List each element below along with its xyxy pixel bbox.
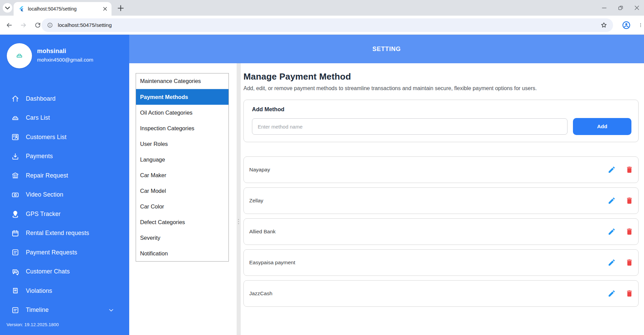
add-method-label: Add Method — [252, 106, 631, 113]
sidebar-item-rental-extend-requests[interactable]: Rental Extend requests — [0, 224, 129, 243]
delete-icon — [625, 197, 633, 205]
sidebar-item-gps-tracker[interactable]: GPS Tracker — [0, 204, 129, 224]
browser-window: localhost:50475/setting — [0, 0, 644, 335]
settings-menu-item-notification[interactable]: Notification — [136, 246, 228, 261]
site-info-icon[interactable] — [47, 22, 53, 28]
sidebar-item-payments[interactable]: Payments — [0, 147, 129, 166]
sidebar-item-timeline[interactable]: Timeline — [0, 301, 129, 320]
delete-icon — [625, 166, 633, 174]
settings-menu: Maintenance CategoriesPayment MethodsOil… — [136, 73, 229, 262]
delete-button[interactable] — [625, 166, 633, 174]
delete-icon — [625, 289, 633, 298]
edit-button[interactable] — [608, 289, 616, 298]
document-icon — [11, 306, 20, 315]
avatar[interactable] — [7, 43, 32, 68]
delete-button[interactable] — [625, 258, 633, 267]
edit-button[interactable] — [608, 166, 616, 174]
window-controls — [600, 0, 641, 16]
delete-button[interactable] — [625, 197, 633, 205]
minimize-icon[interactable] — [600, 4, 608, 12]
settings-menu-item-car-maker[interactable]: Car Maker — [136, 167, 228, 183]
settings-menu-item-maintenance-categories[interactable]: Maintenance Categories — [136, 73, 228, 89]
sidebar-item-label: Video Section — [26, 191, 63, 198]
payment-method-row-nayapay: Nayapay — [243, 156, 639, 183]
calendar-icon — [11, 229, 20, 238]
sidebar-item-label: Violations — [26, 287, 52, 295]
payment-method-list: NayapayZellayAllied BankEasypaisa paymen… — [243, 156, 639, 307]
payment-method-row-easypaisa-payment: Easypaisa payment — [243, 249, 639, 276]
browser-menu-icon[interactable] — [638, 21, 643, 30]
add-method-card: Add Method Add — [243, 100, 639, 142]
page-header-bar: SETTING — [129, 35, 644, 63]
browser-tab[interactable]: localhost:50475/setting — [14, 2, 112, 16]
method-name-input[interactable] — [252, 118, 567, 135]
payment-method-name: Allied Bank — [249, 229, 276, 235]
payment-method-row-jazzcash: JazzCash — [243, 280, 639, 307]
browser-tab-strip: localhost:50475/setting — [0, 0, 644, 16]
sidebar-item-repair-request[interactable]: Repair Request — [0, 166, 129, 185]
profile-icon[interactable] — [622, 21, 631, 30]
sidebar-nav: DashboardCars ListCustomers ListPayments… — [0, 89, 129, 320]
sidebar-item-dashboard[interactable]: Dashboard — [0, 89, 129, 108]
car-logo-icon — [14, 50, 25, 62]
divider-grip-icon — [238, 218, 239, 225]
sidebar-item-violations[interactable]: Violations — [0, 281, 129, 301]
sidebar-item-payment-requests[interactable]: Payment Requests — [0, 243, 129, 262]
edit-button[interactable] — [608, 197, 616, 205]
sidebar-item-customer-chats[interactable]: Customer Chats — [0, 262, 129, 282]
edit-button[interactable] — [608, 258, 616, 267]
settings-menu-item-payment-methods[interactable]: Payment Methods — [136, 89, 228, 105]
settings-menu-item-defect-categories[interactable]: Defect Categories — [136, 214, 228, 230]
settings-menu-item-severity[interactable]: Severity — [136, 230, 228, 246]
new-tab-button[interactable] — [116, 4, 125, 13]
sidebar: mohsinali mohxin4500@gmail.com Dashboard… — [0, 35, 129, 335]
sidebar-item-cars-list[interactable]: Cars List — [0, 108, 129, 128]
forward-icon[interactable] — [20, 21, 27, 29]
add-button[interactable]: Add — [573, 118, 631, 135]
edit-icon — [608, 289, 616, 298]
tab-search-button[interactable] — [3, 3, 12, 13]
user-name: mohsinali — [37, 48, 66, 55]
sidebar-item-customers-list[interactable]: Customers List — [0, 128, 129, 147]
sidebar-item-label: Customers List — [26, 134, 67, 141]
chat-icon — [11, 267, 20, 276]
close-icon[interactable] — [633, 4, 641, 12]
tab-close-icon[interactable] — [102, 6, 108, 12]
back-icon[interactable] — [5, 21, 13, 29]
location-pin-icon — [11, 210, 20, 218]
settings-menu-item-user-roles[interactable]: User Roles — [136, 136, 228, 152]
row-actions — [608, 197, 633, 205]
version-label: Version: 19.12.2025.1800 — [6, 322, 59, 327]
settings-menu-item-car-model[interactable]: Car Model — [136, 183, 228, 199]
sidebar-item-video-section[interactable]: Video Section — [0, 185, 129, 205]
payment-method-row-allied-bank: Allied Bank — [243, 218, 639, 245]
section-title: Manage Payment Method — [243, 71, 639, 82]
delete-button[interactable] — [625, 228, 633, 236]
url-text: localhost:50475/setting — [58, 22, 600, 28]
settings-menu-item-inspection-categories[interactable]: Inspection Categories — [136, 120, 228, 136]
contact-card-icon — [11, 133, 20, 141]
row-actions — [608, 258, 633, 267]
sidebar-item-label: Repair Request — [26, 172, 68, 179]
restore-icon[interactable] — [617, 4, 624, 12]
settings-menu-item-car-color[interactable]: Car Color — [136, 199, 228, 214]
sidebar-item-label: GPS Tracker — [26, 211, 61, 218]
settings-menu-item-language[interactable]: Language — [136, 152, 228, 167]
reload-icon[interactable] — [34, 21, 41, 29]
receipt-icon — [11, 286, 20, 295]
bookmark-star-icon[interactable] — [600, 21, 608, 29]
panel-divider[interactable] — [237, 63, 241, 335]
edit-button[interactable] — [608, 228, 616, 236]
address-bar[interactable]: localhost:50475/setting — [41, 18, 613, 32]
user-email: mohxin4500@gmail.com — [37, 57, 93, 63]
sidebar-item-label: Timeline — [26, 306, 49, 314]
payment-method-name: Easypaisa payment — [249, 259, 295, 266]
payment-method-name: JazzCash — [249, 290, 272, 297]
delete-button[interactable] — [625, 289, 633, 298]
car-icon — [11, 114, 20, 122]
sidebar-item-label: Dashboard — [26, 95, 55, 102]
chevron-down-icon — [107, 306, 115, 314]
settings-menu-item-oil-action-categories[interactable]: Oil Action Categories — [136, 105, 228, 120]
section-subtitle: Add, edit, or remove payment methods to … — [243, 85, 639, 91]
page-title: SETTING — [372, 46, 401, 53]
